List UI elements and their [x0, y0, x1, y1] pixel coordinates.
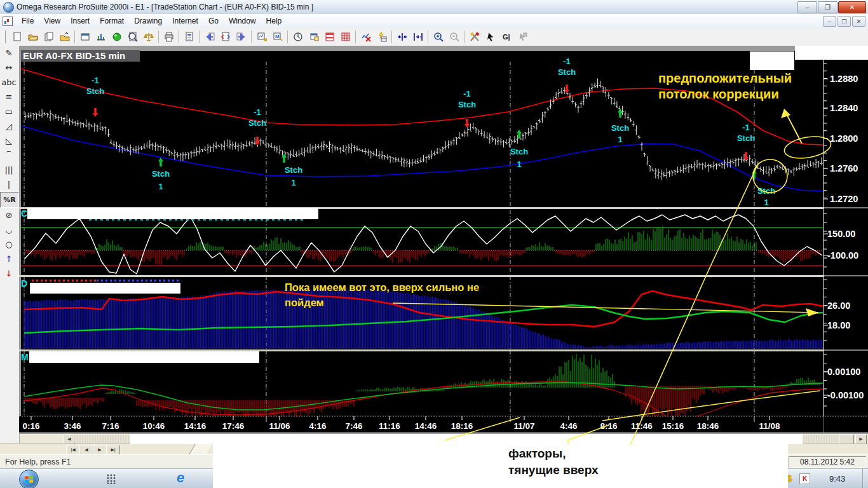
scroll-right-button[interactable]: ▶: [855, 435, 867, 444]
status-help-text: For Help, press F1: [5, 458, 71, 466]
desktop: { "window": { "title": "Omega Research P…: [0, 0, 868, 488]
tile-grid-icon: [340, 31, 351, 43]
svg-text:14:46: 14:46: [415, 421, 437, 431]
new-window-button[interactable]: [306, 29, 322, 44]
zoom-out-button[interactable]: [446, 29, 462, 44]
menu-format[interactable]: Format: [95, 15, 129, 27]
open-icon: [27, 31, 39, 43]
print-button[interactable]: [161, 29, 177, 44]
global-cursor-button[interactable]: G|: [498, 29, 514, 44]
svg-text:150.00: 150.00: [827, 229, 855, 239]
minimize-button[interactable]: –: [797, 1, 817, 13]
pointer-button[interactable]: [482, 29, 498, 44]
format-properties-button[interactable]: [181, 29, 197, 44]
open-button[interactable]: [25, 29, 41, 44]
speed-lines-tool[interactable]: ◺: [0, 133, 18, 148]
tile-grid-button[interactable]: [337, 29, 353, 44]
menu-go[interactable]: Go: [203, 15, 224, 27]
menu-insert[interactable]: Insert: [65, 15, 95, 27]
scroll-left-button[interactable]: ◀: [64, 435, 75, 444]
show-desktop-button[interactable]: [862, 469, 868, 488]
sheet-nav-2[interactable]: ▶: [93, 445, 107, 455]
svg-text:4:46: 4:46: [560, 421, 578, 431]
title-bar[interactable]: Omega Research ProSuite 2000i - E1 - [Tr…: [0, 0, 868, 15]
sheet-nav-1[interactable]: ◀: [79, 445, 93, 455]
toolbar-grip[interactable]: [3, 30, 6, 43]
open-workspace-icon: [59, 31, 71, 43]
internet-explorer-icon[interactable]: e: [177, 470, 184, 486]
optionstation-icon: [143, 31, 154, 43]
curve-tool[interactable]: ◡: [0, 222, 18, 237]
toolbar-separator: [74, 30, 75, 43]
close-button[interactable]: ✕: [838, 1, 866, 13]
mdi-child-icon[interactable]: [3, 17, 13, 26]
page-list-button[interactable]: [217, 29, 233, 44]
remove-study-button[interactable]: [358, 29, 374, 44]
no-tool[interactable]: ⊘: [0, 208, 18, 222]
menu-drawing[interactable]: Drawing: [129, 15, 167, 27]
increase-spacing-button[interactable]: [410, 29, 426, 44]
menu-view[interactable]: View: [39, 15, 65, 27]
open-workspace-button[interactable]: [57, 29, 72, 44]
save-desktop-button[interactable]: [77, 29, 93, 44]
mdi-minimize-button[interactable]: –: [823, 16, 836, 27]
new-window-icon: [308, 31, 320, 43]
insert-model-button[interactable]: M: [269, 29, 285, 44]
taskbar-clock[interactable]: 9:43: [829, 474, 845, 484]
decrease-spacing-button[interactable]: [394, 29, 410, 44]
tile-rows-button[interactable]: [322, 29, 337, 44]
new-chart-button[interactable]: [93, 29, 109, 44]
rectangle-tool[interactable]: ▭: [0, 104, 18, 119]
ellipse-tool[interactable]: ○: [0, 237, 18, 252]
forward-icon: [236, 31, 247, 43]
cycle-lines-tool[interactable]: |||: [0, 163, 18, 177]
optionstation-button[interactable]: [140, 29, 156, 44]
mdi-restore-button[interactable]: ❐: [837, 16, 851, 27]
restore-button[interactable]: ❐: [818, 1, 837, 13]
vertical-line-tool[interactable]: |: [0, 177, 18, 192]
launcher-grid-icon[interactable]: [107, 474, 116, 484]
status-button[interactable]: [290, 29, 306, 44]
chart-analysis-button[interactable]: [125, 29, 140, 44]
menu-file[interactable]: File: [17, 15, 39, 27]
pencil-tool[interactable]: ✎: [0, 46, 18, 60]
parallel-lines-tool[interactable]: ≡: [0, 90, 18, 104]
quote-window-button[interactable]: [109, 29, 125, 44]
menu-internet[interactable]: Internet: [167, 15, 203, 27]
sheet-nav-0[interactable]: |◀: [66, 445, 80, 455]
svg-text:M: M: [275, 34, 280, 39]
menu-help[interactable]: Help: [261, 15, 287, 27]
down-arrow-tool[interactable]: ↓: [0, 266, 18, 281]
sheet-tab-edge[interactable]: [189, 444, 212, 454]
text-tool[interactable]: abc: [0, 75, 18, 90]
copy-window-button[interactable]: [41, 29, 57, 44]
quick-edit-button[interactable]: [374, 29, 390, 44]
start-button[interactable]: [19, 470, 39, 488]
forward-button[interactable]: [233, 29, 249, 44]
antivirus-tray-icon[interactable]: K: [799, 473, 810, 484]
drawing-tools-button[interactable]: [466, 29, 482, 44]
scroll-track-left[interactable]: [74, 435, 130, 443]
grabber-button[interactable]: [514, 29, 530, 44]
scroll-thumb[interactable]: [839, 435, 854, 444]
dmi-pane: [21, 288, 823, 348]
horizontal-line-tool[interactable]: ↔: [0, 60, 18, 75]
sheet-nav-3[interactable]: ▶|: [106, 445, 120, 455]
svg-text:1.2720: 1.2720: [830, 194, 858, 204]
fib-arc-tool[interactable]: ⌒: [0, 148, 18, 163]
up-arrow-tool[interactable]: ↑: [0, 252, 18, 266]
back-button[interactable]: [201, 29, 217, 44]
gann-fan-tool[interactable]: ◿: [0, 119, 18, 133]
new-document-button[interactable]: [9, 29, 25, 44]
mdi-close-button[interactable]: ✕: [852, 16, 865, 27]
quick-edit-icon: [376, 31, 388, 43]
time-axis: 0:163:467:1610:4614:1617:4611/064:167:46…: [19, 416, 868, 433]
insert-analysis-button[interactable]: [254, 29, 269, 44]
svg-text:EUR A0-FX BID-15 min: EUR A0-FX BID-15 min: [23, 50, 125, 61]
menu-window[interactable]: Window: [224, 15, 261, 27]
chart-canvas[interactable]: -1Stch1Stch-1Stch1Stch-1Stch1Stch-1Stch1…: [19, 46, 868, 488]
svg-text:7:46: 7:46: [345, 421, 363, 431]
zoom-in-button[interactable]: [430, 29, 446, 44]
percent-r-tool[interactable]: %R: [0, 192, 19, 208]
cci-pane: [21, 215, 823, 274]
